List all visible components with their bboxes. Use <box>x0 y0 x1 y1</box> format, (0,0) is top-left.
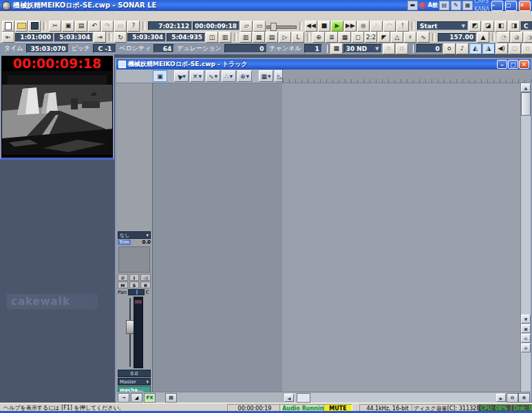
record-button[interactable]: ● <box>357 21 370 32</box>
open-file-button[interactable] <box>15 21 28 32</box>
cut-button[interactable]: ✂ <box>49 21 61 32</box>
loop-start-button[interactable]: ⇤ <box>2 32 14 43</box>
video-window[interactable]: 00:00:09:18 <box>0 54 114 160</box>
marker-view-button[interactable]: ◤ <box>378 32 390 43</box>
zoom-tool-button[interactable]: ⊕▼ <box>237 70 252 82</box>
scrub-tool-button[interactable]: ∿▼ <box>206 70 220 82</box>
zoom-tool-button[interactable]: ⊕ <box>312 32 325 43</box>
inspector-monitor-button[interactable]: ◁) <box>140 274 151 281</box>
clips-horizontal-scrollbar[interactable]: ◀ ▶ <box>284 393 506 403</box>
snap-grid-button[interactable]: ▦ <box>330 43 343 54</box>
view-piano-roll-button[interactable]: ▤ <box>266 32 278 43</box>
mixer-view-button[interactable]: ≣ <box>326 32 338 43</box>
paste-button[interactable]: ▤ <box>75 21 87 32</box>
track-window-titlebar[interactable]: 機械妖精MEIKOロボ-SE.cwp - トラック – □ ✕ <box>116 59 531 70</box>
inspector-volume-fader[interactable] <box>126 297 134 368</box>
layout-button[interactable]: L <box>292 32 304 43</box>
inspector-track-name[interactable]: mecha... <box>118 386 151 392</box>
go-to-end-button[interactable]: ▶▶ <box>344 21 357 32</box>
marker-next-button[interactable]: ◪ <box>482 21 494 32</box>
ime-minimize-icon[interactable]: ▬ <box>407 1 418 10</box>
tempo-display[interactable]: 157.00 <box>438 33 476 42</box>
vscroll-thumb[interactable] <box>521 92 531 116</box>
loop-start-display[interactable]: 1:01:000 <box>15 33 54 42</box>
sync-button-3[interactable]: ◑ <box>524 32 532 43</box>
track-manager-button[interactable]: ▣ <box>153 70 167 82</box>
hscroll-thumb[interactable] <box>297 393 310 403</box>
ime-mode-indicator[interactable]: A般 <box>428 1 438 10</box>
new-file-button[interactable] <box>2 21 14 32</box>
metronome-record-button[interactable]: ◭ <box>469 43 482 54</box>
inspector-mute-button[interactable]: M <box>118 282 128 288</box>
app-titlebar[interactable]: 機械妖精MEIKOロボ-SE.cwp - SONAR LE ▬ A般 ▤ ✎ ▦… <box>0 0 532 11</box>
punch-set-button[interactable]: ◫ <box>206 32 218 43</box>
copy-button[interactable]: ▣ <box>62 21 74 32</box>
track-window-minimize-button[interactable]: – <box>497 60 507 69</box>
loop-end-button[interactable]: ⇥ <box>94 32 106 43</box>
view-event-list-button[interactable]: ▷ <box>279 32 291 43</box>
inspector-volume-value[interactable]: 0.0 <box>118 370 151 377</box>
inspector-pan-slider[interactable] <box>128 289 145 295</box>
staff-view-button[interactable]: ▦ <box>339 32 351 43</box>
punch-in-display[interactable]: 5:03:304 <box>127 33 166 42</box>
select-tool-button[interactable]: ▲▼ <box>174 70 189 82</box>
print-button[interactable]: ▭ <box>114 21 127 32</box>
ime-pen-icon[interactable]: ✎ <box>451 1 461 10</box>
metronome-play-button[interactable]: ◮ <box>482 43 495 54</box>
inspector-fade-button[interactable]: ◢ <box>131 393 142 403</box>
time-ruler[interactable] <box>282 70 531 83</box>
now-time-smpte-display[interactable]: 00:00:09:18 <box>193 21 240 30</box>
channel-display[interactable]: 1 <box>304 44 322 53</box>
inspector-fx-button[interactable]: FX <box>144 393 156 403</box>
metronome-audio-button[interactable]: ◀) <box>496 43 508 54</box>
inspector-fx-dropdown[interactable]: なし▾ <box>118 231 151 239</box>
marker-add-button[interactable]: ◧ <box>495 21 507 32</box>
zoom-in-vertical-button[interactable]: ⊕ <box>521 343 531 352</box>
clips-pane[interactable] <box>282 83 520 392</box>
window-close-button[interactable]: ✕ <box>519 1 531 11</box>
loop-toggle-button[interactable]: ↻ <box>114 32 127 43</box>
zoom-fit-button[interactable]: ▣ <box>521 324 531 333</box>
key-dropdown[interactable]: C▼ <box>521 21 532 30</box>
zoom-out-vertical-button[interactable]: ⊖ <box>521 334 531 343</box>
inspector-phase-button[interactable]: Ø <box>118 274 128 281</box>
snap-grid-button-track[interactable]: ▦▼ <box>259 70 273 82</box>
track-window-maximize-button[interactable]: □ <box>508 60 518 69</box>
position-slider[interactable] <box>266 23 297 30</box>
offset-mode-button[interactable]: o <box>443 43 456 54</box>
scroll-up-button[interactable]: ▲ <box>521 83 531 92</box>
play-button[interactable]: ▶ <box>331 21 343 32</box>
envelope-tool-button[interactable]: ∴▼ <box>222 70 236 82</box>
marker-prev-button[interactable]: ◩ <box>469 21 481 32</box>
tempo-view-button[interactable]: △ <box>391 32 403 43</box>
inspector-arm-button[interactable]: R <box>140 282 151 288</box>
window-maximize-button[interactable]: □ <box>505 1 517 11</box>
window-minimize-button[interactable]: – <box>491 1 503 11</box>
view-console-button[interactable]: ▦ <box>253 32 265 43</box>
ratio-button[interactable]: 2:2 <box>365 32 377 43</box>
tempo-tap-button[interactable]: ▲ <box>477 32 489 43</box>
time-format-button-2[interactable]: ▭ <box>253 21 266 32</box>
audition-button[interactable]: ◠ <box>383 21 396 32</box>
mute-tool-button[interactable]: ✕▼ <box>190 70 204 82</box>
meter-key-button[interactable]: ♯ <box>404 32 416 43</box>
undo-button[interactable]: ↶ <box>88 21 100 32</box>
inspector-solo-button[interactable]: S <box>129 282 140 288</box>
sync-button-2[interactable]: ◕ <box>511 32 523 43</box>
ime-dictionary-icon[interactable]: ▦ <box>462 1 473 10</box>
inspector-route-button[interactable]: → <box>118 393 129 403</box>
inspector-interleave-button[interactable]: ≬ <box>129 274 140 281</box>
marker-dropdown[interactable]: Start▼ <box>417 21 468 30</box>
sysx-view-button[interactable]: ∿ <box>417 32 429 43</box>
pitch-display[interactable]: C -1 <box>93 44 116 53</box>
velocity-display[interactable]: 64 <box>153 44 174 53</box>
loop-end-display[interactable]: 5:03:304 <box>54 33 93 42</box>
inspector-output-dropdown[interactable]: Master▾ <box>118 378 151 385</box>
ime-ball-icon[interactable] <box>419 2 427 10</box>
metronome-midi-button[interactable]: ○ <box>509 43 521 54</box>
stop-button[interactable]: ■ <box>318 21 330 32</box>
note-duration-button[interactable]: ♪ <box>456 43 469 54</box>
help-button[interactable]: ? <box>127 21 140 32</box>
automation-button[interactable]: ∴ <box>370 21 383 32</box>
reset-audio-button[interactable]: ! <box>396 21 409 32</box>
